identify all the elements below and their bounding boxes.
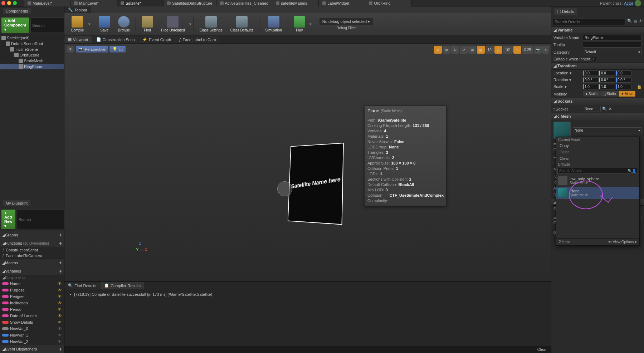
eye-icon[interactable]: 👁 [58, 313, 62, 318]
add-icon[interactable]: + [59, 232, 62, 238]
add-icon[interactable]: + [59, 346, 62, 352]
lock-scale-icon[interactable]: 🔒 [637, 84, 642, 89]
bp-item[interactable]: Purpose👁 [0, 287, 64, 293]
snap-grid-toggle[interactable]: ▦ [477, 46, 485, 54]
find-results-tab[interactable]: 🔍Find Results [64, 282, 100, 289]
grid-size[interactable]: 10 [486, 46, 494, 54]
search-icon[interactable]: 🔍 [627, 19, 632, 25]
component-tree-item[interactable]: Satellite(self) [0, 35, 64, 41]
lit-button[interactable]: 💡 Lit [109, 46, 126, 53]
class-settings-button[interactable]: Class Settings [196, 15, 226, 33]
play-button[interactable]: Play [290, 15, 309, 33]
eye-icon[interactable]: 👁 [58, 300, 62, 305]
class-defaults-button[interactable]: Class Defaults [227, 15, 257, 33]
clear-log-button[interactable]: Clear [537, 347, 547, 352]
angle-value[interactable]: 10° [503, 46, 513, 54]
component-tree-item[interactable]: InclineScene [0, 46, 64, 52]
simulation-button[interactable]: Simulation [262, 15, 286, 33]
transform-gizmo[interactable] [275, 180, 293, 197]
bp-section-header[interactable]: ◢Variables+ [0, 267, 64, 275]
component-tree-item[interactable]: StaticMesh [0, 58, 64, 64]
location-y-input[interactable]: 0.0 [599, 70, 615, 76]
top-tab-5[interactable]: satelliteMaterial [272, 0, 319, 6]
save-button[interactable]: Save [95, 15, 114, 33]
asset-item-sphere[interactable]: low_poly_sphereStatic Mesh [556, 175, 639, 187]
view-options-button[interactable]: 👁 View Options ▾ [608, 240, 636, 244]
component-tree-item[interactable]: DefaultSceneRoot [0, 41, 64, 46]
parent-class-link[interactable]: Actor [624, 1, 633, 5]
hide-unrelated-button[interactable]: Hide Unrelated [157, 15, 189, 33]
scale-x-input[interactable]: 1.0 [583, 84, 599, 89]
top-tab-6[interactable]: LabelWidget [319, 0, 365, 6]
bp-section-header[interactable]: ◢Macros+ [0, 259, 64, 267]
bp-item[interactable]: Period👁 [0, 306, 64, 313]
paste-menu-item[interactable]: Paste [556, 149, 639, 155]
tooltip-input[interactable] [583, 42, 642, 48]
category-select[interactable]: Default▾ [583, 49, 642, 55]
variable-section-header[interactable]: ◢ Variable [551, 26, 644, 34]
eye-icon[interactable]: 👁 [58, 288, 62, 293]
bp-item[interactable]: Name👁 [0, 280, 64, 287]
add-new-button[interactable]: + Add New ▾ [1, 210, 15, 229]
maximize-window-icon[interactable] [13, 1, 17, 5]
static-mesh-section-header[interactable]: ◢ c Mesh [551, 113, 644, 120]
bp-section-header[interactable]: ◢Event Dispatchers+ [0, 345, 64, 353]
translate-tool[interactable]: ⊕ [443, 46, 450, 54]
search-icon[interactable]: 🔍 [602, 107, 607, 111]
asset-search-input[interactable]: Search Assets🔍👤 [557, 168, 638, 174]
add-component-button[interactable]: + Add Component ▾ [1, 18, 29, 33]
camera-speed[interactable]: 📷 [534, 46, 542, 54]
sockets-section-header[interactable]: ◢ Sockets [551, 98, 644, 105]
rotate-tool[interactable]: ↻ [451, 46, 459, 54]
bp-item[interactable]: ƒ FaceLabelToCamera [0, 253, 64, 259]
components-tab[interactable]: Components [3, 8, 31, 14]
eye-icon[interactable]: 👁 [58, 326, 62, 331]
close-window-icon[interactable] [1, 1, 5, 5]
eye-icon[interactable]: 👁 [58, 333, 62, 338]
details-search-input[interactable] [553, 19, 626, 25]
mobility-movable[interactable]: ✦ Mova [618, 91, 636, 97]
location-z-input[interactable]: 0.0 [616, 70, 631, 76]
mesh-thumbnail[interactable] [553, 122, 571, 139]
top-tab-7[interactable]: OrbitRing [365, 0, 412, 6]
find-button[interactable]: Find [138, 15, 157, 33]
browse-button[interactable]: Browse [114, 15, 133, 33]
add-icon[interactable]: + [59, 240, 62, 246]
eye-icon[interactable]: 👁 [58, 307, 62, 312]
component-tree-item[interactable]: RingPlane [0, 64, 64, 69]
top-tab-0[interactable]: MainLevel* [24, 0, 70, 6]
bp-item[interactable]: ◢Components [0, 275, 64, 280]
bp-section-header[interactable]: ◢Graphs+ [0, 231, 64, 239]
select-tool[interactable]: ✥ [434, 46, 442, 54]
mobility-static[interactable]: ● Static [583, 91, 600, 97]
myblueprint-search-input[interactable] [17, 210, 70, 229]
add-icon[interactable]: + [59, 260, 62, 266]
eye-icon[interactable]: 👁 [639, 19, 643, 25]
add-icon[interactable]: + [59, 268, 62, 274]
component-tree-item[interactable]: OrbitScene [0, 52, 64, 58]
scale-value[interactable]: 0.25 [522, 46, 533, 54]
event-graph-tab[interactable]: ⚡Event Graph [139, 36, 175, 43]
top-tab-3[interactable]: SatellitesDataStructure [164, 0, 216, 6]
camera-speed-value[interactable]: 4 [542, 46, 549, 54]
snap-angle-toggle[interactable]: △ [494, 46, 502, 54]
top-tab-2[interactable]: Satellite* [117, 0, 164, 6]
filter-icon[interactable]: ▦ [634, 19, 637, 25]
rotation-x-input[interactable]: 0.0 ° [583, 77, 599, 83]
asset-item-plane[interactable]: PlaneStatic Mesh [556, 187, 639, 199]
rotation-y-input[interactable]: 0.0 ° [599, 77, 615, 83]
mobility-stationary[interactable]: ⬚ Statio [600, 91, 618, 97]
bp-item[interactable]: NewVar_0👁 [0, 325, 64, 332]
face-label-tab[interactable]: ƒFace Label to Cam [175, 36, 219, 43]
eye-icon[interactable]: 👁 [58, 294, 62, 299]
user-avatar-icon[interactable] [635, 0, 641, 6]
viewport-options-button[interactable]: ▾ [67, 46, 74, 53]
perspective-button[interactable]: 📷 Perspective [76, 46, 108, 53]
copy-menu-item[interactable]: Copy [556, 142, 639, 149]
mesh-dropdown[interactable]: None▾ [573, 127, 642, 133]
bp-item[interactable]: Date of Launch👁 [0, 313, 64, 319]
clear-icon[interactable]: ✕ [609, 107, 612, 111]
compile-button[interactable]: Compile [67, 15, 88, 33]
coord-tool[interactable]: ⊞ [468, 46, 476, 54]
minimize-window-icon[interactable] [7, 1, 11, 5]
